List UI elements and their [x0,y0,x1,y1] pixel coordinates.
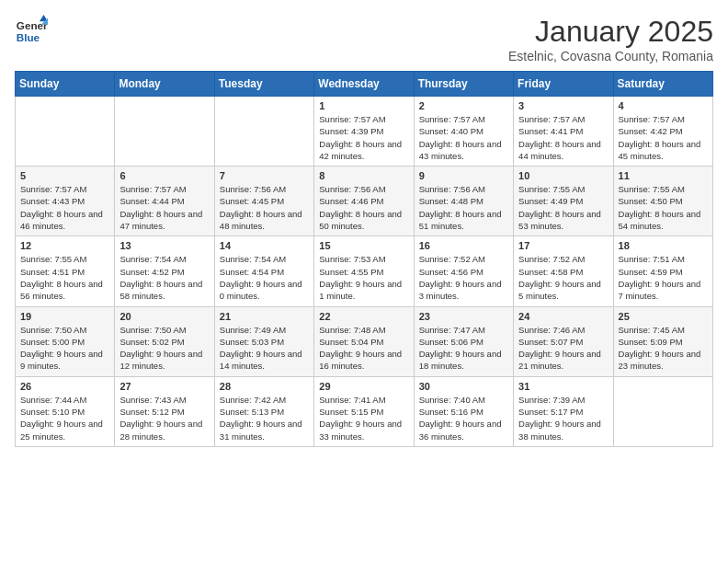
weekday-header-sunday: Sunday [16,72,115,97]
calendar-cell: 15 Sunrise: 7:53 AM Sunset: 4:55 PM Dayl… [314,236,414,306]
day-number: 5 [20,170,109,181]
page-header: General Blue January 2025 Estelnic, Cova… [15,15,713,63]
weekday-header-saturday: Saturday [613,72,712,97]
calendar-week-row: 26 Sunrise: 7:44 AM Sunset: 5:10 PM Dayl… [16,376,713,446]
day-info: Sunrise: 7:56 AM Sunset: 4:48 PM Dayligh… [419,183,508,232]
calendar-cell: 26 Sunrise: 7:44 AM Sunset: 5:10 PM Dayl… [16,376,115,446]
calendar-cell [16,97,115,167]
day-number: 22 [319,311,408,322]
day-info: Sunrise: 7:55 AM Sunset: 4:49 PM Dayligh… [518,183,608,232]
day-number: 24 [518,311,608,322]
calendar-body: 1 Sunrise: 7:57 AM Sunset: 4:39 PM Dayli… [16,97,713,447]
calendar-cell [214,97,313,167]
day-number: 8 [319,170,408,181]
weekday-header-row: SundayMondayTuesdayWednesdayThursdayFrid… [16,72,713,97]
calendar-cell: 27 Sunrise: 7:43 AM Sunset: 5:12 PM Dayl… [115,376,214,446]
day-number: 3 [518,100,608,111]
day-info: Sunrise: 7:48 AM Sunset: 5:04 PM Dayligh… [319,324,408,373]
calendar-cell: 3 Sunrise: 7:57 AM Sunset: 4:41 PM Dayli… [514,97,613,167]
calendar-cell: 6 Sunrise: 7:57 AM Sunset: 4:44 PM Dayli… [115,167,214,236]
title-block: January 2025 Estelnic, Covasna County, R… [508,15,713,63]
day-number: 14 [220,240,309,251]
calendar-cell: 18 Sunrise: 7:51 AM Sunset: 4:59 PM Dayl… [613,236,712,306]
calendar-cell: 19 Sunrise: 7:50 AM Sunset: 5:00 PM Dayl… [16,306,115,376]
day-info: Sunrise: 7:52 AM Sunset: 4:58 PM Dayligh… [518,253,608,302]
day-number: 27 [119,381,209,392]
day-info: Sunrise: 7:55 AM Sunset: 4:50 PM Dayligh… [619,183,708,232]
svg-text:Blue: Blue [17,31,40,43]
day-info: Sunrise: 7:56 AM Sunset: 4:45 PM Dayligh… [220,183,309,232]
calendar-cell: 10 Sunrise: 7:55 AM Sunset: 4:49 PM Dayl… [514,167,613,236]
day-number: 4 [619,100,708,111]
day-number: 7 [220,170,309,181]
calendar-week-row: 19 Sunrise: 7:50 AM Sunset: 5:00 PM Dayl… [16,306,713,376]
calendar-cell: 23 Sunrise: 7:47 AM Sunset: 5:06 PM Dayl… [414,306,513,376]
calendar-cell: 4 Sunrise: 7:57 AM Sunset: 4:42 PM Dayli… [613,97,712,167]
day-info: Sunrise: 7:44 AM Sunset: 5:10 PM Dayligh… [20,394,109,442]
day-number: 17 [518,240,608,251]
calendar-cell: 7 Sunrise: 7:56 AM Sunset: 4:45 PM Dayli… [214,167,313,236]
logo: General Blue [15,15,48,48]
calendar-cell: 24 Sunrise: 7:46 AM Sunset: 5:07 PM Dayl… [514,306,613,376]
day-info: Sunrise: 7:54 AM Sunset: 4:54 PM Dayligh… [220,253,309,302]
day-number: 26 [20,381,109,392]
calendar-cell: 22 Sunrise: 7:48 AM Sunset: 5:04 PM Dayl… [314,306,414,376]
calendar-cell: 1 Sunrise: 7:57 AM Sunset: 4:39 PM Dayli… [314,97,414,167]
day-number: 20 [119,311,209,322]
calendar-cell: 5 Sunrise: 7:57 AM Sunset: 4:43 PM Dayli… [16,167,115,236]
day-info: Sunrise: 7:55 AM Sunset: 4:51 PM Dayligh… [20,253,109,302]
day-info: Sunrise: 7:53 AM Sunset: 4:55 PM Dayligh… [319,253,408,302]
day-info: Sunrise: 7:49 AM Sunset: 5:03 PM Dayligh… [220,324,309,373]
day-number: 2 [419,100,508,111]
day-number: 19 [20,311,109,322]
day-number: 16 [419,240,508,251]
calendar-cell: 28 Sunrise: 7:42 AM Sunset: 5:13 PM Dayl… [214,376,313,446]
day-info: Sunrise: 7:50 AM Sunset: 5:02 PM Dayligh… [119,324,209,373]
calendar-week-row: 12 Sunrise: 7:55 AM Sunset: 4:51 PM Dayl… [16,236,713,306]
month-title: January 2025 [508,15,713,49]
day-info: Sunrise: 7:42 AM Sunset: 5:13 PM Dayligh… [220,394,309,442]
day-number: 30 [419,381,508,392]
calendar-cell [613,376,712,446]
day-info: Sunrise: 7:39 AM Sunset: 5:17 PM Dayligh… [518,394,608,442]
calendar-cell: 21 Sunrise: 7:49 AM Sunset: 5:03 PM Dayl… [214,306,313,376]
day-info: Sunrise: 7:57 AM Sunset: 4:40 PM Dayligh… [419,113,508,162]
day-number: 9 [419,170,508,181]
day-info: Sunrise: 7:40 AM Sunset: 5:16 PM Dayligh… [419,394,508,442]
day-info: Sunrise: 7:52 AM Sunset: 4:56 PM Dayligh… [419,253,508,302]
calendar-table: SundayMondayTuesdayWednesdayThursdayFrid… [15,71,713,447]
weekday-header-thursday: Thursday [414,72,513,97]
day-info: Sunrise: 7:56 AM Sunset: 4:46 PM Dayligh… [319,183,408,232]
calendar-cell: 12 Sunrise: 7:55 AM Sunset: 4:51 PM Dayl… [16,236,115,306]
day-info: Sunrise: 7:46 AM Sunset: 5:07 PM Dayligh… [518,324,608,373]
day-info: Sunrise: 7:41 AM Sunset: 5:15 PM Dayligh… [319,394,408,442]
calendar-cell: 8 Sunrise: 7:56 AM Sunset: 4:46 PM Dayli… [314,167,414,236]
day-number: 18 [619,240,708,251]
calendar-cell: 20 Sunrise: 7:50 AM Sunset: 5:02 PM Dayl… [115,306,214,376]
day-info: Sunrise: 7:57 AM Sunset: 4:39 PM Dayligh… [319,113,408,162]
calendar-cell: 9 Sunrise: 7:56 AM Sunset: 4:48 PM Dayli… [414,167,513,236]
day-number: 13 [119,240,209,251]
day-info: Sunrise: 7:57 AM Sunset: 4:42 PM Dayligh… [619,113,708,162]
calendar-cell: 13 Sunrise: 7:54 AM Sunset: 4:52 PM Dayl… [115,236,214,306]
day-number: 1 [319,100,408,111]
day-number: 15 [319,240,408,251]
calendar-cell: 17 Sunrise: 7:52 AM Sunset: 4:58 PM Dayl… [514,236,613,306]
day-info: Sunrise: 7:50 AM Sunset: 5:00 PM Dayligh… [20,324,109,373]
day-number: 25 [619,311,708,322]
day-number: 11 [619,170,708,181]
day-number: 28 [220,381,309,392]
calendar-week-row: 1 Sunrise: 7:57 AM Sunset: 4:39 PM Dayli… [16,97,713,167]
weekday-header-wednesday: Wednesday [314,72,414,97]
day-number: 10 [518,170,608,181]
day-number: 29 [319,381,408,392]
day-info: Sunrise: 7:57 AM Sunset: 4:43 PM Dayligh… [20,183,109,232]
weekday-header-friday: Friday [514,72,613,97]
day-info: Sunrise: 7:45 AM Sunset: 5:09 PM Dayligh… [619,324,708,373]
logo-icon: General Blue [15,15,48,48]
day-info: Sunrise: 7:47 AM Sunset: 5:06 PM Dayligh… [419,324,508,373]
day-info: Sunrise: 7:57 AM Sunset: 4:41 PM Dayligh… [518,113,608,162]
calendar-cell: 11 Sunrise: 7:55 AM Sunset: 4:50 PM Dayl… [613,167,712,236]
calendar-cell: 14 Sunrise: 7:54 AM Sunset: 4:54 PM Dayl… [214,236,313,306]
day-number: 23 [419,311,508,322]
